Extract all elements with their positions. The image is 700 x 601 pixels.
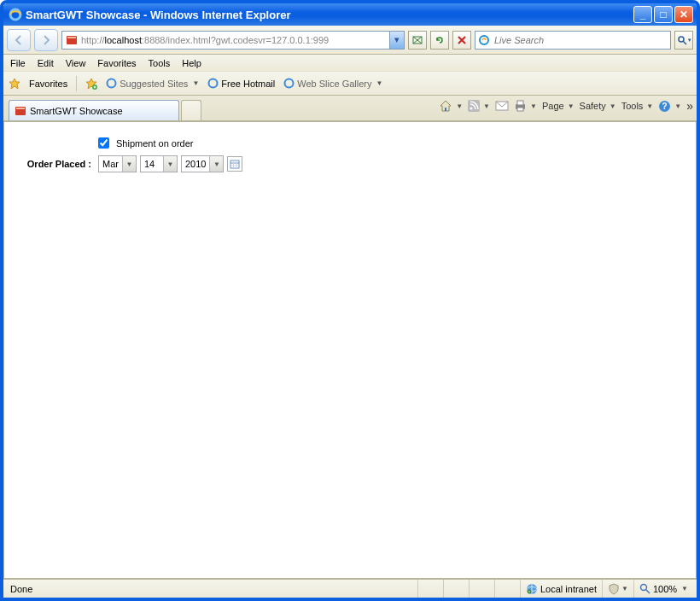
security-zone[interactable]: Local intranet [520, 580, 602, 598]
svg-text:?: ? [662, 102, 668, 111]
add-favorite-icon[interactable] [85, 78, 97, 90]
svg-marker-7 [9, 79, 20, 89]
ie-logo-icon [9, 8, 22, 21]
address-url: http://localhost:8888/index.html?gwt.cod… [81, 35, 329, 45]
ie-icon [283, 78, 295, 89]
home-button[interactable]: ▼ [439, 99, 463, 113]
favorites-button[interactable]: Favorites [29, 79, 67, 89]
ie-icon [207, 78, 219, 89]
search-input[interactable] [493, 34, 670, 46]
svg-point-5 [679, 37, 684, 42]
chevron-down-icon: ▼ [163, 156, 177, 172]
back-button[interactable] [7, 29, 31, 51]
address-dropdown-button[interactable]: ▾ [389, 32, 404, 49]
svg-rect-15 [445, 108, 446, 111]
day-value: 14 [141, 159, 163, 169]
menu-tools[interactable]: Tools [149, 58, 171, 68]
day-select[interactable]: 14 ▼ [140, 155, 178, 172]
svg-point-4 [480, 36, 488, 44]
rss-icon [468, 100, 480, 112]
svg-line-6 [683, 41, 686, 44]
refresh-button[interactable] [430, 31, 449, 50]
order-placed-label: Order Placed : [13, 159, 95, 169]
stop-button[interactable] [452, 31, 471, 50]
tools-menu[interactable]: Tools▼ [621, 101, 654, 111]
site-icon [15, 105, 26, 117]
svg-rect-2 [67, 37, 76, 38]
help-icon: ? [658, 100, 671, 113]
svg-point-10 [108, 79, 116, 88]
svg-point-32 [640, 585, 646, 591]
help-button[interactable]: ? ▼ [658, 100, 681, 113]
bing-icon [478, 34, 490, 46]
titlebar: SmartGWT Showcase - Windows Internet Exp… [3, 3, 697, 26]
status-cell [494, 580, 520, 598]
window-title: SmartGWT Showcase - Windows Internet Exp… [26, 9, 632, 21]
menu-help[interactable]: Help [182, 58, 201, 68]
shipment-checkbox[interactable] [98, 137, 109, 149]
read-mail-button[interactable] [495, 101, 509, 111]
close-button[interactable]: ✕ [674, 6, 693, 23]
date-picker-button[interactable] [227, 156, 242, 172]
status-cell [443, 580, 469, 598]
menu-file[interactable]: File [10, 58, 26, 68]
chevron-down-icon: ▼ [122, 156, 136, 172]
zoom-icon [639, 583, 650, 594]
month-select[interactable]: Mar ▼ [98, 155, 137, 172]
command-bar: ▼ ▼ ▼ Page▼ Safety▼ Tools▼ ? ▼ » [439, 99, 693, 113]
web-slice-link[interactable]: Web Slice Gallery▼ [283, 78, 382, 89]
menu-favorites[interactable]: Favorites [97, 58, 136, 68]
shipment-label: Shipment on order [116, 138, 194, 149]
protected-mode-button[interactable]: ▼ [602, 580, 633, 598]
status-cell [417, 580, 443, 598]
ie-icon [106, 78, 117, 89]
search-go-button[interactable]: ▾ [674, 31, 693, 50]
site-icon [65, 33, 79, 47]
month-value: Mar [99, 159, 122, 169]
favorites-bar: Favorites Suggested Sites▼ Free Hotmail … [3, 72, 697, 96]
year-select[interactable]: 2010 ▼ [181, 155, 224, 172]
mail-icon [495, 101, 509, 111]
year-value: 2010 [182, 159, 209, 169]
status-bar: Done Local intranet ▼ 100% ▼ [3, 579, 697, 598]
chevron-down-icon: ▼ [209, 156, 223, 172]
maximize-button[interactable]: □ [654, 6, 673, 23]
new-tab-button[interactable] [181, 100, 201, 120]
compat-view-button[interactable] [408, 31, 427, 50]
svg-rect-20 [517, 101, 523, 105]
shield-icon [608, 583, 620, 595]
menu-edit[interactable]: Edit [38, 58, 54, 68]
favorites-star-icon [9, 78, 20, 90]
overflow-button[interactable]: » [686, 99, 693, 113]
feeds-button[interactable]: ▼ [468, 100, 490, 112]
tab-title: SmartGWT Showcase [30, 106, 123, 116]
search-box[interactable] [475, 31, 671, 50]
menu-view[interactable]: View [66, 58, 86, 68]
navigation-bar: http://localhost:8888/index.html?gwt.cod… [3, 26, 697, 55]
minimize-button[interactable]: _ [633, 6, 652, 23]
printer-icon [514, 100, 527, 112]
separator [76, 76, 77, 91]
svg-rect-14 [16, 108, 25, 109]
menu-bar: File Edit View Favorites Tools Help [3, 55, 697, 72]
svg-point-31 [528, 590, 531, 593]
svg-point-12 [285, 79, 294, 88]
suggested-sites-link[interactable]: Suggested Sites▼ [106, 78, 199, 89]
svg-rect-21 [517, 108, 523, 111]
free-hotmail-link[interactable]: Free Hotmail [207, 78, 275, 89]
home-icon [439, 99, 452, 113]
page-content: Shipment on order Order Placed : Mar ▼ 1… [3, 121, 697, 579]
svg-line-33 [646, 590, 650, 593]
status-text: Done [7, 584, 417, 594]
safety-menu[interactable]: Safety▼ [580, 101, 616, 111]
print-button[interactable]: ▼ [514, 100, 537, 112]
intranet-icon [526, 583, 538, 595]
status-cell [469, 580, 494, 598]
tab-smartgwt-showcase[interactable]: SmartGWT Showcase [9, 100, 179, 120]
tab-bar: SmartGWT Showcase ▼ ▼ ▼ Page▼ Safety▼ To… [3, 96, 697, 121]
page-menu[interactable]: Page▼ [542, 101, 575, 111]
svg-rect-24 [230, 160, 239, 168]
zoom-control[interactable]: 100% ▼ [633, 580, 693, 598]
forward-button[interactable] [34, 29, 58, 51]
address-bar[interactable]: http://localhost:8888/index.html?gwt.cod… [61, 31, 405, 50]
